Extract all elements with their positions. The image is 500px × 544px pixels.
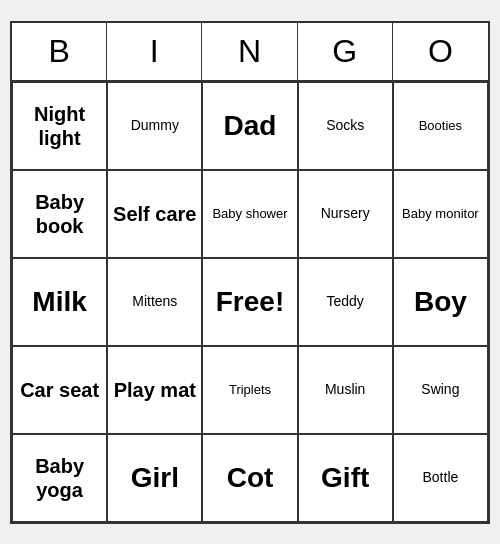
cell-label: Mittens — [132, 293, 177, 310]
bingo-cell: Car seat — [12, 346, 107, 434]
bingo-cell: Booties — [393, 82, 488, 170]
bingo-cell: Boy — [393, 258, 488, 346]
bingo-cell: Dad — [202, 82, 297, 170]
cell-label: Triplets — [229, 382, 271, 398]
cell-label: Car seat — [20, 378, 99, 402]
cell-label: Nursery — [321, 205, 370, 222]
bingo-cell: Mittens — [107, 258, 202, 346]
bingo-cell: Night light — [12, 82, 107, 170]
cell-label: Girl — [131, 461, 179, 495]
bingo-header-letter-b: B — [12, 23, 107, 80]
bingo-cell: Play mat — [107, 346, 202, 434]
cell-label: Baby yoga — [17, 454, 102, 502]
cell-label: Milk — [32, 285, 86, 319]
bingo-cell: Free! — [202, 258, 297, 346]
cell-label: Baby shower — [212, 206, 287, 222]
cell-label: Play mat — [114, 378, 196, 402]
cell-label: Booties — [419, 118, 462, 134]
cell-label: Baby monitor — [402, 206, 479, 222]
cell-label: Baby book — [17, 190, 102, 238]
bingo-cell: Gift — [298, 434, 393, 522]
bingo-cell: Milk — [12, 258, 107, 346]
bingo-cell: Baby monitor — [393, 170, 488, 258]
cell-label: Socks — [326, 117, 364, 134]
bingo-header: BINGO — [12, 23, 488, 82]
bingo-cell: Baby yoga — [12, 434, 107, 522]
bingo-card: BINGO Night lightDummyDadSocksBootiesBab… — [10, 21, 490, 524]
cell-label: Night light — [17, 102, 102, 150]
bingo-cell: Muslin — [298, 346, 393, 434]
bingo-grid: Night lightDummyDadSocksBootiesBaby book… — [12, 82, 488, 522]
bingo-cell: Nursery — [298, 170, 393, 258]
cell-label: Muslin — [325, 381, 365, 398]
bingo-cell: Bottle — [393, 434, 488, 522]
bingo-header-letter-n: N — [202, 23, 297, 80]
cell-label: Dummy — [131, 117, 179, 134]
bingo-cell: Socks — [298, 82, 393, 170]
bingo-cell: Triplets — [202, 346, 297, 434]
cell-label: Free! — [216, 285, 284, 319]
bingo-header-letter-i: I — [107, 23, 202, 80]
bingo-cell: Baby book — [12, 170, 107, 258]
bingo-cell: Swing — [393, 346, 488, 434]
cell-label: Teddy — [327, 293, 364, 310]
bingo-cell: Girl — [107, 434, 202, 522]
bingo-header-letter-o: O — [393, 23, 488, 80]
cell-label: Gift — [321, 461, 369, 495]
cell-label: Self care — [113, 202, 196, 226]
cell-label: Dad — [224, 109, 277, 143]
bingo-cell: Cot — [202, 434, 297, 522]
bingo-cell: Teddy — [298, 258, 393, 346]
bingo-cell: Baby shower — [202, 170, 297, 258]
cell-label: Boy — [414, 285, 467, 319]
cell-label: Bottle — [422, 469, 458, 486]
bingo-cell: Dummy — [107, 82, 202, 170]
bingo-header-letter-g: G — [298, 23, 393, 80]
cell-label: Swing — [421, 381, 459, 398]
bingo-cell: Self care — [107, 170, 202, 258]
cell-label: Cot — [227, 461, 274, 495]
